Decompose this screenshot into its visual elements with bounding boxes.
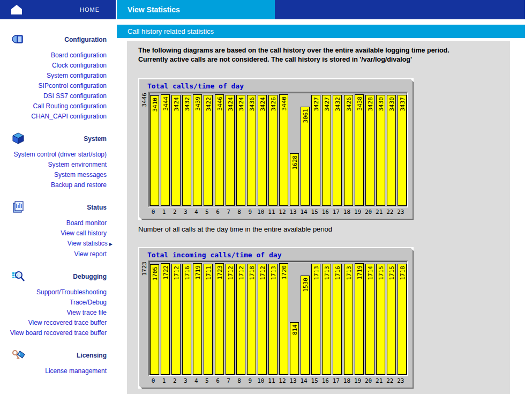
bar-value-label: 1705 — [151, 266, 158, 281]
chart-caption: Number of all calls at the day time in t… — [138, 225, 510, 233]
x-tick-label: 19 — [352, 207, 363, 216]
x-tick-label: 6 — [212, 207, 223, 216]
bar-value-label: 1712 — [173, 266, 179, 280]
x-tick-label: 19 — [352, 376, 363, 385]
bar-hour-20: 3428 — [365, 95, 374, 206]
sidebar-item-system-messages[interactable]: System messages — [0, 170, 116, 180]
intro-text: The following diagrams are based on the … — [138, 46, 510, 64]
sidebar-item-license-management[interactable]: License management — [0, 366, 116, 376]
bar-value-label: 1713 — [345, 266, 352, 280]
bar-value-label: 3444 — [162, 96, 169, 111]
x-tick-label: 13 — [288, 207, 298, 216]
sidebar-item-view-call-history[interactable]: View call history — [0, 228, 116, 239]
nav-home-segment[interactable]: HOME — [0, 0, 116, 19]
bar-hour-9: 3436 — [247, 95, 256, 206]
bar-hour-19: 3438 — [355, 94, 364, 206]
chart-incoming-calls: Total incoming calls/time of day 1723 17… — [138, 247, 414, 389]
active-item-arrow-icon: ▶ — [109, 242, 113, 247]
x-tick-label: 10 — [256, 207, 266, 216]
sidebar-item-view-report[interactable]: View report — [0, 249, 116, 259]
bar-hour-16: 3427 — [322, 95, 331, 206]
y-axis-max-label: 1723 — [141, 262, 148, 276]
bar-hour-13: 1628 — [290, 153, 299, 206]
sidebar-item-trace-debug[interactable]: Trace/Debug — [0, 298, 116, 308]
sidebar-item-view-recovered-trace-buffer[interactable]: View recovered trace buffer — [0, 318, 116, 328]
x-tick-label: 3 — [180, 207, 191, 216]
bar-value-label: 3061 — [302, 109, 309, 123]
bar-value-label: 1711 — [205, 266, 212, 280]
bar-hour-12: 3440 — [279, 94, 288, 206]
bar-hour-0: 1705 — [150, 264, 159, 375]
top-navigation: HOME View Statistics — [0, 0, 525, 19]
x-tick-label: 10 — [256, 376, 266, 385]
x-axis: 01234567891011121314151617181920212223 — [148, 376, 408, 385]
sidebar-item-view-board-recovered-trace-buffer[interactable]: View board recovered trace buffer — [0, 328, 116, 338]
x-axis: 01234567891011121314151617181920212223 — [148, 207, 408, 216]
sidebar-item-clock-configuration[interactable]: Clock configuration — [0, 61, 116, 71]
sidebar-section-title: Licensing — [77, 352, 107, 359]
sidebar-item-call-routing-configuration[interactable]: Call Routing configuration — [0, 101, 116, 111]
x-tick-label: 21 — [374, 376, 385, 385]
bar-value-label: 3430 — [388, 97, 395, 111]
sidebar-item-chan-capi-configuration[interactable]: CHAN_CAPI configuration — [0, 111, 116, 122]
bar-value-label: 1713 — [312, 266, 319, 280]
chart-title: Total incoming calls/time of day — [147, 251, 408, 259]
bar-value-label: 3424 — [259, 97, 266, 111]
bar-value-label: 1722 — [162, 265, 169, 280]
x-tick-label: 22 — [385, 207, 395, 216]
sidebar-item-view-trace-file[interactable]: View trace file — [0, 308, 116, 318]
bar-value-label: 1714 — [366, 266, 373, 280]
tab-view-statistics[interactable]: View Statistics — [117, 0, 275, 19]
bar-value-label: 3410 — [151, 98, 158, 112]
bar-value-label: 1715 — [388, 266, 395, 280]
bar-hour-22: 3430 — [387, 95, 396, 206]
x-tick-label: 17 — [331, 376, 341, 385]
sidebar-item-backup-and-restore[interactable]: Backup and restore — [0, 180, 116, 190]
bar-hour-21: 1715 — [376, 264, 385, 375]
sidebar-item-system-environment[interactable]: System environment — [0, 160, 116, 170]
bar-hour-3: 1716 — [182, 264, 191, 375]
bar-value-label: 3424 — [237, 97, 244, 111]
sidebar-item-system-control-driver-start-stop-[interactable]: System control (driver start/stop) — [0, 150, 116, 160]
sidebar-item-dsi-ss7-configuration[interactable]: DSI SS7 configuration — [0, 91, 116, 101]
bar-hour-3: 3432 — [182, 95, 191, 206]
chart-block-incoming-calls: Total incoming calls/time of day 1723 17… — [138, 247, 510, 394]
bar-hour-22: 1715 — [387, 264, 396, 375]
intro-line-2: Currently active calls are not considere… — [138, 55, 510, 64]
main-content: The following diagrams are based on the … — [127, 41, 510, 394]
x-tick-label: 18 — [341, 207, 352, 216]
bar-hour-18: 3426 — [344, 95, 353, 206]
sidebar-section-debugging: DebuggingSupport/TroubleshootingTrace/De… — [0, 271, 116, 338]
sidebar-section-status: StatusBoard monitorView call historyView… — [0, 202, 116, 259]
bar-value-label: 3440 — [280, 96, 287, 111]
x-tick-label: 3 — [180, 376, 191, 385]
sidebar-item-support-troubleshooting[interactable]: Support/Troubleshooting — [0, 287, 116, 298]
bar-value-label: 1713 — [323, 266, 330, 280]
bar-value-label: 1716 — [183, 266, 190, 280]
bar-value-label: 1719 — [356, 265, 363, 280]
x-tick-label: 12 — [277, 207, 288, 216]
x-tick-label: 11 — [266, 207, 277, 216]
bar-hour-15: 1713 — [311, 264, 320, 375]
bar-hour-4: 3439 — [193, 94, 202, 206]
x-tick-label: 16 — [320, 376, 331, 385]
sidebar-item-board-configuration[interactable]: Board configuration — [0, 50, 116, 61]
sidebar-item-system-configuration[interactable]: System configuration — [0, 71, 116, 81]
sidebar-section-title: Status — [87, 204, 107, 211]
bar-hour-14: 1530 — [301, 276, 310, 375]
bar-value-label: 3436 — [248, 97, 255, 111]
x-tick-label: 20 — [363, 376, 374, 385]
page-title: Call history related statistics — [117, 25, 525, 38]
bar-hour-19: 1719 — [355, 263, 364, 375]
nav-filler — [275, 0, 525, 19]
sidebar-item-view-statistics[interactable]: View statistics▶ — [0, 239, 116, 249]
x-tick-label: 4 — [191, 207, 201, 216]
sidebar-item-sipcontrol-configuration[interactable]: SIPcontrol configuration — [0, 81, 116, 91]
bar-hour-14: 3061 — [301, 107, 310, 206]
bar-hour-7: 1712 — [226, 264, 235, 375]
bar-hour-23: 3437 — [398, 95, 407, 206]
x-tick-label: 16 — [320, 207, 331, 216]
sidebar-item-board-monitor[interactable]: Board monitor — [0, 218, 116, 228]
x-tick-label: 14 — [298, 207, 309, 216]
bar-value-label: 1628 — [291, 155, 298, 170]
